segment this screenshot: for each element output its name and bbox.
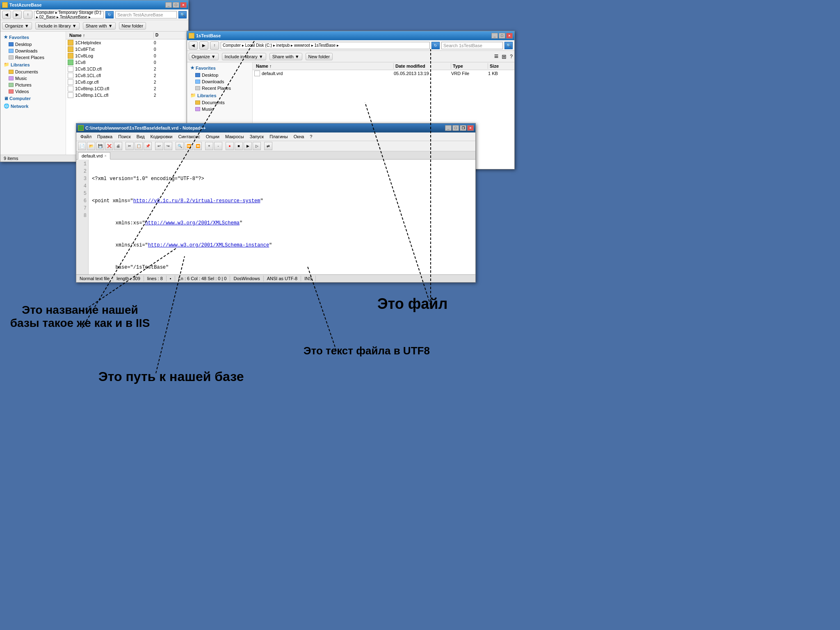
new-folder-btn-2[interactable]: New folder: [306, 53, 333, 60]
open-btn[interactable]: 📂: [87, 142, 95, 150]
view-panel-btn[interactable]: ⊞: [502, 53, 507, 60]
minimize-btn-1[interactable]: _: [165, 2, 172, 8]
search-btn-2[interactable]: 🔍: [504, 42, 513, 49]
table-row[interactable]: 1Cv8.1CD.cfl2: [66, 66, 188, 72]
table-row[interactable]: 1Cv8.1CL.cfl2: [66, 72, 188, 79]
menu-plugins[interactable]: Плагины: [267, 133, 290, 140]
minimize-btn-2[interactable]: _: [491, 33, 498, 39]
sidebar-music-2[interactable]: Music: [187, 106, 252, 112]
maximize-btn-notepad[interactable]: □: [452, 125, 459, 131]
sidebar-pictures[interactable]: Pictures: [0, 82, 66, 88]
undo-btn[interactable]: ↩: [155, 142, 163, 150]
sidebar-favorites-header-2[interactable]: ★ Favorites: [187, 64, 252, 72]
paste-btn[interactable]: 📌: [144, 142, 152, 150]
record-btn[interactable]: ●: [226, 142, 234, 150]
up-btn-1[interactable]: ↑: [23, 11, 32, 19]
print-btn[interactable]: 🖨: [114, 142, 122, 150]
table-row[interactable]: 1CHelpIndex0: [66, 39, 188, 46]
search-box-2[interactable]: Search 1sTestBase: [441, 42, 503, 49]
menu-edit[interactable]: Правка: [95, 133, 115, 140]
help-btn[interactable]: ?: [510, 54, 513, 59]
refresh-btn-1[interactable]: ↻: [105, 11, 114, 18]
refresh-btn-2[interactable]: ↻: [431, 42, 440, 49]
share-with-btn-1[interactable]: Share with ▼: [83, 22, 116, 30]
stop-btn[interactable]: ■: [235, 142, 243, 150]
table-row[interactable]: 1Cv8.cgr.cfl2: [66, 79, 188, 85]
menu-windows[interactable]: Окна: [291, 133, 307, 140]
col-name-header-2[interactable]: Name ↑: [254, 63, 394, 69]
zoom-in-btn[interactable]: +: [205, 142, 213, 150]
table-row[interactable]: 1Cv8Log0: [66, 52, 188, 59]
view-list-btn[interactable]: ≡: [494, 52, 499, 61]
table-row[interactable]: 1Cv80: [66, 59, 188, 66]
forward-btn-2[interactable]: ▶: [199, 41, 208, 50]
maximize-btn-1[interactable]: □: [173, 2, 179, 8]
play-prev-btn[interactable]: ▷: [253, 142, 261, 150]
close-btn-notepad[interactable]: ×: [467, 125, 474, 131]
sidebar-libraries-header-2[interactable]: 📁 Libraries: [187, 91, 252, 99]
sidebar-network-header[interactable]: 🌐 Network: [0, 102, 66, 110]
sidebar-videos[interactable]: Videos: [0, 88, 66, 95]
sidebar-documents-2[interactable]: Documents: [187, 99, 252, 106]
sidebar-libraries-header[interactable]: 📁 Libraries: [0, 61, 66, 68]
menu-help[interactable]: ?: [307, 133, 315, 140]
organize-btn-1[interactable]: Organize ▼: [2, 22, 32, 30]
menu-syntax[interactable]: Синтаксис: [176, 133, 203, 140]
sidebar-recent[interactable]: Recent Places: [0, 54, 66, 61]
include-library-btn-1[interactable]: Include in library ▼: [35, 22, 80, 30]
new-folder-btn-1[interactable]: New folder: [119, 22, 146, 30]
new-btn[interactable]: 📄: [78, 142, 86, 150]
sidebar-recent-2[interactable]: Recent Places: [187, 85, 252, 91]
find-next-btn[interactable]: ⏩: [185, 142, 193, 150]
search-box-1[interactable]: Search TestAzureBase: [115, 11, 177, 18]
sidebar-computer-header[interactable]: 🖥 Computer: [0, 95, 66, 102]
cut-btn[interactable]: ✂: [126, 142, 134, 150]
menu-search[interactable]: Поиск: [116, 133, 133, 140]
address-path-1[interactable]: Computer ▸ Temporary Storage (D:) ▸ 02_B…: [34, 11, 104, 18]
search-btn-1[interactable]: 🔍: [178, 11, 187, 18]
menu-view[interactable]: Вид: [134, 133, 147, 140]
close-btn-1[interactable]: ×: [180, 2, 187, 8]
up-btn-2[interactable]: ↑: [210, 41, 219, 50]
menu-file[interactable]: Файл: [78, 133, 94, 140]
menu-encoding[interactable]: Кодировки: [148, 133, 175, 140]
col-date-header[interactable]: D: [154, 32, 187, 38]
find-prev-btn[interactable]: ⏪: [194, 142, 202, 150]
code-editor[interactable]: <?xml version="1.0" encoding="UTF-8"?> <…: [89, 160, 475, 274]
back-btn-1[interactable]: ◀: [2, 11, 11, 19]
include-library-btn-2[interactable]: Include in library ▼: [222, 53, 266, 60]
sidebar-desktop[interactable]: Desktop: [0, 41, 66, 48]
redo-btn[interactable]: ↪: [164, 142, 172, 150]
forward-btn-1[interactable]: ▶: [13, 11, 22, 19]
play-btn[interactable]: ▶: [244, 142, 252, 150]
menu-macros[interactable]: Макросы: [223, 133, 247, 140]
sidebar-downloads[interactable]: Downloads: [0, 48, 66, 54]
restore-btn-notepad[interactable]: ❐: [460, 125, 466, 131]
zoom-out-btn[interactable]: -: [214, 142, 222, 150]
find-btn[interactable]: 🔍: [176, 142, 184, 150]
address-path-2[interactable]: Computer ▸ Local Disk (C:) ▸ inetpub ▸ w…: [221, 42, 430, 49]
sidebar-documents[interactable]: Documents: [0, 68, 66, 75]
sidebar-music[interactable]: Music: [0, 75, 66, 82]
col-name-header[interactable]: Name ↑: [68, 32, 154, 38]
close-btn-2[interactable]: ×: [506, 33, 513, 39]
copy-btn[interactable]: 📋: [135, 142, 143, 150]
menu-options[interactable]: Опции: [203, 133, 222, 140]
maximize-btn-2[interactable]: □: [499, 33, 505, 39]
save-btn[interactable]: 💾: [96, 142, 104, 150]
col-date-header-2[interactable]: Date modified: [394, 63, 451, 69]
sidebar-favorites-header[interactable]: ★ Favorites: [0, 33, 66, 41]
minimize-btn-notepad[interactable]: _: [445, 125, 452, 131]
sync-scroll-btn[interactable]: ⇄: [264, 142, 272, 150]
sidebar-desktop-2[interactable]: Desktop: [187, 72, 252, 78]
col-type-header-2[interactable]: Type: [451, 63, 488, 69]
sidebar-downloads-2[interactable]: Downloads: [187, 78, 252, 85]
tab-close-icon[interactable]: ×: [104, 154, 106, 158]
table-row[interactable]: 1Cv8FTxt0: [66, 46, 188, 52]
back-btn-2[interactable]: ◀: [189, 41, 198, 50]
table-row-vrd[interactable]: default.vrd 05.05.2013 13:19 VRD File 1 …: [253, 70, 514, 77]
tab-default-vrd[interactable]: default.vrd ×: [78, 152, 110, 160]
organize-btn-2[interactable]: Organize ▼: [189, 53, 219, 60]
col-size-header-2[interactable]: Size: [488, 63, 513, 69]
menu-run[interactable]: Запуск: [247, 133, 266, 140]
